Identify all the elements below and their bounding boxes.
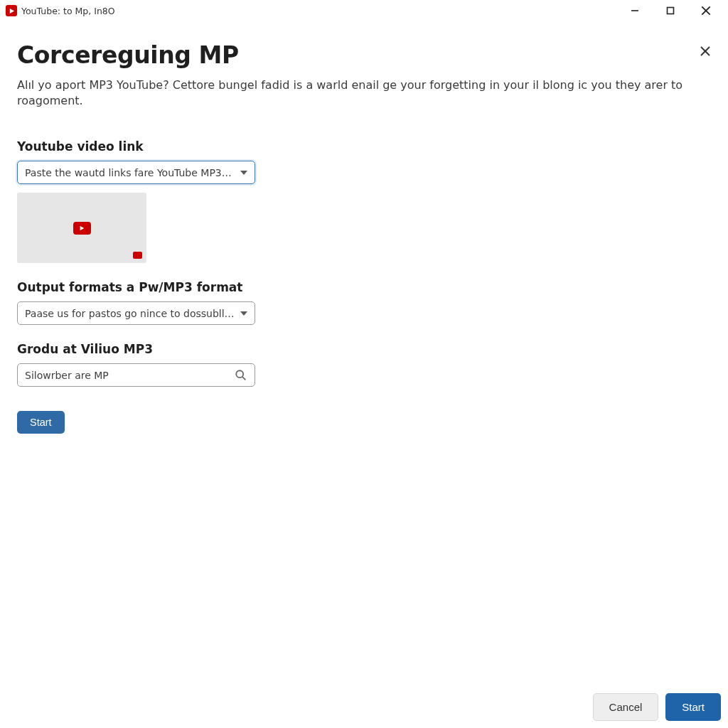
- window-title: YouTube: to Mp, In8O: [21, 6, 115, 16]
- svg-marker-7: [80, 225, 85, 230]
- dialog-footer: Cancel Start: [593, 693, 721, 721]
- svg-line-9: [242, 377, 245, 380]
- video-thumbnail[interactable]: [17, 193, 146, 263]
- output-format-select[interactable]: Paase us for pastos go nince to dossubll…: [17, 301, 255, 325]
- footer-start-button[interactable]: Start: [665, 693, 721, 721]
- window-titlebar: YouTube: to Mp, In8O: [0, 0, 728, 21]
- minimize-button[interactable]: [627, 3, 643, 18]
- youtube-link-label: Youtube video link: [17, 139, 711, 154]
- chevron-down-icon: [240, 311, 247, 316]
- svg-point-8: [236, 370, 243, 378]
- play-icon: [73, 222, 91, 235]
- start-button[interactable]: Start: [17, 411, 65, 434]
- chevron-down-icon: [240, 171, 247, 175]
- maximize-button[interactable]: [663, 3, 678, 18]
- youtube-link-placeholder: Paste the wautd links fare YouTube MP3 I…: [25, 167, 235, 178]
- cancel-button[interactable]: Cancel: [593, 693, 659, 721]
- destination-label: Grodu at Viliuo MP3: [17, 342, 711, 356]
- youtube-link-input[interactable]: Paste the wautd links fare YouTube MP3 I…: [17, 161, 255, 184]
- output-format-placeholder: Paase us for pastos go nince to dossubll…: [25, 308, 235, 319]
- output-format-section: Output formats a Pw/MP3 format Paase us …: [17, 280, 711, 325]
- search-icon: [235, 369, 247, 382]
- svg-marker-0: [9, 8, 14, 13]
- close-window-button[interactable]: [698, 3, 714, 18]
- svg-rect-2: [668, 8, 674, 14]
- youtube-link-section: Youtube video link Paste the wautd links…: [17, 139, 711, 263]
- output-format-label: Output formats a Pw/MP3 format: [17, 280, 711, 294]
- destination-value: Silowrber are MP: [25, 370, 229, 381]
- thumbnail-badge-icon: [133, 252, 142, 259]
- page-description: Alıl yo aport MP3 YouTube? Cettore bunge…: [17, 77, 711, 108]
- destination-input[interactable]: Silowrber are MP: [17, 363, 255, 387]
- close-panel-button[interactable]: [697, 43, 714, 60]
- destination-section: Grodu at Viliuo MP3 Silowrber are MP: [17, 342, 711, 387]
- app-icon: [6, 5, 17, 16]
- window-controls: [627, 3, 722, 18]
- page-title: Corcereguing MP: [17, 41, 711, 69]
